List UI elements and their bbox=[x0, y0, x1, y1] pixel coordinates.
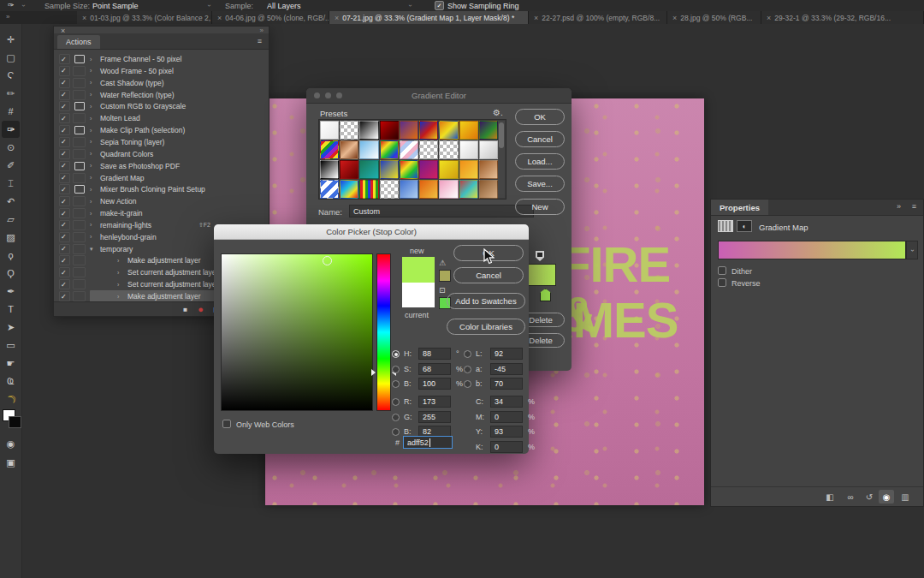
field-input-l[interactable]: 92 bbox=[490, 348, 523, 360]
gradient-preset-swatch[interactable] bbox=[419, 180, 438, 199]
action-row[interactable]: ✓›Frame Channel - 50 pixel bbox=[54, 53, 269, 65]
brush-tool[interactable]: ✐ bbox=[2, 157, 20, 174]
gradient-preset-swatch[interactable] bbox=[419, 160, 438, 179]
opacity-stop[interactable] bbox=[536, 251, 544, 261]
gamut-warning-icon[interactable]: ⚠ bbox=[439, 259, 446, 267]
tab-properties[interactable]: Properties bbox=[711, 200, 768, 215]
gradient-preset-swatch[interactable] bbox=[419, 121, 438, 140]
blur-tool[interactable]: ϙ bbox=[2, 247, 20, 264]
item-check-icon[interactable]: ✓ bbox=[61, 67, 69, 74]
document-tab[interactable]: ×04-06.jpg @ 50% (clone, RGB/... bbox=[212, 11, 329, 24]
expand-icon[interactable]: › bbox=[90, 175, 92, 181]
crop-tool[interactable]: # bbox=[2, 103, 20, 120]
gradient-preset-swatch[interactable] bbox=[340, 121, 358, 140]
tab-actions[interactable]: Actions bbox=[57, 35, 100, 49]
color-libraries-button[interactable]: Color Libraries bbox=[447, 319, 525, 335]
field-input-k[interactable]: 0 bbox=[490, 441, 523, 453]
record-button[interactable]: ● bbox=[198, 304, 204, 314]
item-check-icon[interactable]: ✓ bbox=[61, 115, 69, 122]
item-check-icon[interactable]: ✓ bbox=[61, 150, 69, 158]
action-row[interactable]: ✓›Molten Lead bbox=[54, 112, 269, 124]
sample-size-select[interactable]: Point Sample bbox=[92, 2, 139, 10]
gradient-preset-swatch[interactable] bbox=[380, 121, 399, 140]
gradient-preset-swatch[interactable] bbox=[479, 140, 498, 159]
gradient-preset-swatch[interactable] bbox=[459, 180, 478, 199]
dialog-toggle-cell[interactable] bbox=[73, 90, 86, 100]
lasso-tool[interactable]: Ϛ bbox=[2, 67, 20, 84]
gradient-preset-swatch[interactable] bbox=[340, 180, 358, 199]
healing-brush-tool[interactable]: ⊙ bbox=[2, 139, 20, 156]
sample-size-chevron-icon[interactable]: › bbox=[205, 4, 213, 7]
dialog-toggle-cell[interactable] bbox=[73, 220, 86, 230]
gradient-preset-swatch[interactable] bbox=[340, 140, 358, 159]
dialog-toggle-icon[interactable] bbox=[74, 126, 85, 134]
color-swatches[interactable] bbox=[3, 409, 20, 428]
field-input-a[interactable]: -45 bbox=[490, 363, 523, 375]
expand-icon[interactable]: › bbox=[90, 211, 92, 217]
expand-icon[interactable]: › bbox=[117, 270, 119, 276]
sampling-ring-checkbox[interactable]: ✓ bbox=[435, 1, 444, 10]
quick-selection-tool[interactable]: ✏ bbox=[2, 85, 20, 102]
expand-icon[interactable]: › bbox=[90, 222, 92, 228]
action-row[interactable]: ✓›Custom RGB to Grayscale bbox=[54, 100, 269, 112]
gradient-preset-swatch[interactable] bbox=[359, 180, 378, 199]
action-row[interactable]: ✓›New Action bbox=[54, 195, 269, 207]
expand-icon[interactable]: › bbox=[90, 151, 92, 157]
gradient-preset-swatch[interactable] bbox=[439, 121, 458, 140]
gradient-preset-swatch[interactable] bbox=[320, 140, 339, 159]
gradient-preset-swatch[interactable] bbox=[459, 160, 478, 179]
saturation-brightness-field[interactable] bbox=[221, 253, 373, 411]
expand-icon[interactable]: › bbox=[90, 234, 92, 240]
ok-button[interactable]: OK bbox=[515, 109, 565, 125]
panel-collapse-icon[interactable]: » bbox=[897, 202, 901, 211]
dialog-toggle-icon[interactable] bbox=[74, 185, 85, 194]
field-radio-b[interactable] bbox=[464, 380, 471, 388]
hue-slider[interactable] bbox=[376, 253, 391, 411]
path-selection-tool[interactable]: ➤ bbox=[2, 319, 20, 336]
tool-preset-chevron-icon[interactable]: › bbox=[20, 4, 27, 7]
dialog-toggle-cell[interactable] bbox=[73, 113, 86, 123]
gradient-preset-swatch[interactable] bbox=[320, 180, 339, 199]
field-radio-b[interactable] bbox=[392, 428, 400, 436]
panel-collapse-icon[interactable]: » bbox=[6, 13, 9, 21]
rotate-view-tool[interactable]: ☾ bbox=[2, 390, 20, 408]
previous-state-icon[interactable]: ∞ bbox=[843, 490, 858, 504]
item-check-icon[interactable]: ✓ bbox=[61, 56, 69, 63]
document-tab[interactable]: ×29-32-1 @ 33.3% (29-32, RGB/16... bbox=[761, 11, 924, 24]
gradient-preset-swatch[interactable] bbox=[380, 180, 399, 199]
item-check-icon[interactable]: ✓ bbox=[61, 127, 69, 134]
shape-tool[interactable]: ▭ bbox=[2, 337, 20, 354]
gradient-preset-swatch[interactable] bbox=[359, 160, 378, 179]
field-radio-a[interactable] bbox=[464, 366, 471, 373]
field-input-b[interactable]: 70 bbox=[490, 378, 523, 390]
type-tool[interactable]: T bbox=[2, 301, 20, 318]
clip-to-layer-icon[interactable]: ◧ bbox=[822, 490, 838, 504]
zoom-tool[interactable]: Ҩ bbox=[2, 372, 20, 390]
field-radio-g[interactable] bbox=[392, 414, 400, 421]
move-tool[interactable]: ✛ bbox=[2, 31, 20, 48]
item-check-icon[interactable]: ✓ bbox=[61, 186, 69, 194]
dialog-toggle-cell[interactable] bbox=[73, 291, 86, 301]
item-check-icon[interactable]: ✓ bbox=[61, 103, 69, 110]
gradient-preset-swatch[interactable] bbox=[459, 121, 478, 140]
field-radio-s[interactable] bbox=[392, 366, 400, 373]
dialog-toggle-cell[interactable] bbox=[73, 208, 86, 218]
dialog-toggle-cell[interactable] bbox=[73, 232, 86, 242]
action-row[interactable]: ✓›make-it-grain bbox=[54, 207, 269, 219]
dialog-toggle-cell[interactable] bbox=[73, 137, 86, 147]
document-tab[interactable]: ×01-03.jpg @ 33.3% (Color Balance 2, Lay… bbox=[77, 11, 212, 24]
dialog-toggle-cell[interactable] bbox=[73, 66, 86, 76]
delete-icon[interactable]: ▥ bbox=[897, 490, 913, 504]
field-radio-h[interactable] bbox=[392, 350, 400, 358]
field-input-s[interactable]: 68 bbox=[418, 363, 451, 375]
eraser-tool[interactable]: ▱ bbox=[2, 211, 20, 228]
color-field-marker[interactable] bbox=[323, 256, 332, 265]
item-check-icon[interactable]: ✓ bbox=[61, 293, 69, 301]
new-button[interactable]: New bbox=[515, 199, 565, 215]
gradient-preset-swatch[interactable] bbox=[400, 140, 418, 159]
quick-mask-button[interactable]: ◉ bbox=[2, 435, 20, 452]
close-tab-icon[interactable]: × bbox=[534, 14, 538, 22]
expand-icon[interactable]: › bbox=[117, 258, 119, 264]
dither-checkbox[interactable] bbox=[718, 266, 726, 275]
item-check-icon[interactable]: ✓ bbox=[61, 138, 69, 146]
